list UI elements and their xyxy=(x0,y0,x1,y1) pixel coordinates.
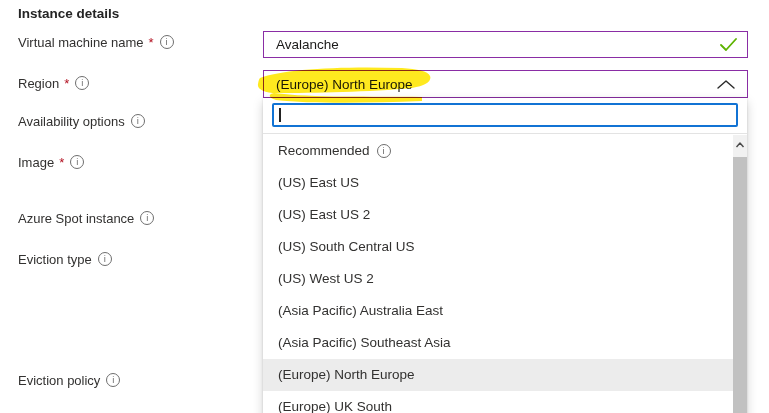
info-icon[interactable]: i xyxy=(106,373,120,387)
region-option[interactable]: (Asia Pacific) Australia East xyxy=(263,295,733,327)
region-group-header: Recommended i xyxy=(263,135,733,167)
label-text: Availability options xyxy=(18,114,125,129)
info-icon[interactable]: i xyxy=(70,155,84,169)
region-options-list: Recommended i (US) East US (US) East US … xyxy=(263,135,733,413)
info-icon[interactable]: i xyxy=(98,252,112,266)
info-icon[interactable]: i xyxy=(140,211,154,225)
virtual-machine-name-input[interactable] xyxy=(263,31,748,58)
region-option-selected[interactable]: (Europe) North Europe xyxy=(263,359,733,391)
section-title: Instance details xyxy=(18,6,119,21)
field-label-azure-spot-instance: Azure Spot instance i xyxy=(18,209,154,227)
label-text: Eviction policy xyxy=(18,373,100,388)
required-marker: * xyxy=(64,76,69,91)
field-label-eviction-type: Eviction type i xyxy=(18,250,112,268)
region-option[interactable]: (Asia Pacific) Southeast Asia xyxy=(263,327,733,359)
scrollbar-thumb[interactable] xyxy=(733,157,747,413)
valid-check-icon xyxy=(720,38,737,51)
required-marker: * xyxy=(149,35,154,50)
instance-details-section: Instance details Virtual machine name* i… xyxy=(0,0,769,413)
field-label-virtual-machine-name: Virtual machine name* i xyxy=(18,33,174,51)
info-icon[interactable]: i xyxy=(160,35,174,49)
region-option[interactable]: (US) West US 2 xyxy=(263,263,733,295)
region-dropdown-panel: Recommended i (US) East US (US) East US … xyxy=(263,98,747,413)
dropdown-scrollbar[interactable] xyxy=(733,135,747,413)
region-option[interactable]: (US) South Central US xyxy=(263,231,733,263)
region-search-input[interactable] xyxy=(272,103,738,127)
scroll-up-icon xyxy=(733,135,747,155)
region-option[interactable]: (US) East US 2 xyxy=(263,199,733,231)
info-icon[interactable]: i xyxy=(131,114,145,128)
label-text: Image xyxy=(18,155,54,170)
info-icon[interactable]: i xyxy=(75,76,89,90)
required-marker: * xyxy=(59,155,64,170)
region-option[interactable]: (US) East US xyxy=(263,167,733,199)
info-icon[interactable]: i xyxy=(377,144,391,158)
scroll-up-button[interactable] xyxy=(733,135,747,155)
region-combobox[interactable]: (Europe) North Europe xyxy=(263,70,748,98)
divider xyxy=(263,133,747,134)
label-text: Eviction type xyxy=(18,252,92,267)
field-label-region: Region* i xyxy=(18,74,89,92)
region-selected-value: (Europe) North Europe xyxy=(276,77,413,92)
text-caret xyxy=(279,108,281,122)
chevron-up-icon xyxy=(717,80,735,89)
label-text: Region xyxy=(18,76,59,91)
label-text: Azure Spot instance xyxy=(18,211,134,226)
region-option[interactable]: (Europe) UK South xyxy=(263,391,733,413)
field-label-availability-options: Availability options i xyxy=(18,112,145,130)
field-label-image: Image* i xyxy=(18,153,84,171)
label-text: Virtual machine name xyxy=(18,35,144,50)
field-label-eviction-policy: Eviction policy i xyxy=(18,371,120,389)
